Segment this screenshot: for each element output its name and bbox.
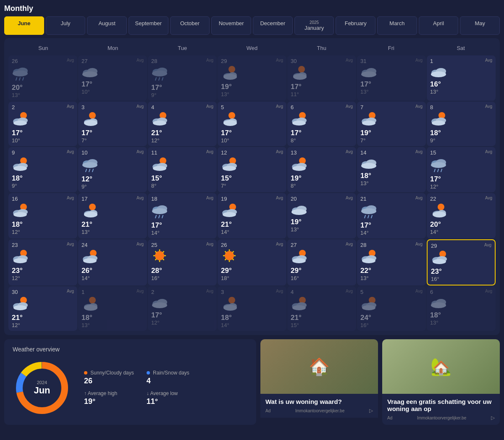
cell-avg: Avg bbox=[67, 289, 74, 293]
temp-high: 19° bbox=[291, 218, 353, 226]
calendar-cell[interactable]: 3 Avg 18° 14° bbox=[218, 286, 286, 331]
calendar-cell[interactable]: 11 Avg 15° 8° bbox=[148, 147, 217, 192]
calendar-cell[interactable]: 16 Avg 18° 12° bbox=[8, 193, 77, 238]
cell-date: 9 bbox=[12, 149, 15, 156]
svg-line-141 bbox=[225, 251, 226, 253]
calendar-cell[interactable]: 22 Avg 20° 14° bbox=[427, 193, 496, 238]
calendar-cell[interactable]: 26 Avg 29° 18° bbox=[218, 239, 286, 285]
calendar-cell[interactable]: 31 Avg 17° 13° bbox=[357, 55, 426, 101]
calendar-cell[interactable]: 18 Avg 17° 14° bbox=[148, 193, 217, 238]
temp-high: 17° bbox=[430, 175, 492, 183]
calendar-cell[interactable]: 1 Avg 18° 13° bbox=[78, 286, 147, 331]
calendar-cell[interactable]: 21 Avg 17° 14° bbox=[357, 193, 426, 238]
svg-point-22 bbox=[293, 74, 307, 80]
calendar-cell[interactable]: 10 Avg 12° 9° bbox=[78, 147, 147, 192]
weather-icon-wrap bbox=[291, 296, 353, 313]
month-tab-july[interactable]: July bbox=[46, 16, 86, 35]
weather-icon-wrap bbox=[431, 250, 491, 267]
day-header-sat: Sat bbox=[426, 42, 496, 54]
month-tab-june[interactable]: June bbox=[4, 16, 44, 35]
temp-low: 10° bbox=[221, 137, 283, 144]
temp-low: 12° bbox=[430, 183, 492, 190]
month-tab-may[interactable]: May bbox=[460, 16, 500, 35]
page-title: Monthly bbox=[4, 4, 500, 13]
cell-date: 29 bbox=[221, 58, 227, 64]
calendar-cell[interactable]: 2 Avg 17° 12° bbox=[148, 286, 217, 331]
calendar-cell[interactable]: 5 Avg 17° 10° bbox=[218, 102, 286, 146]
calendar-cell[interactable]: 9 Avg 18° 9° bbox=[8, 147, 77, 192]
cell-date: 6 bbox=[291, 104, 294, 110]
calendar-cell[interactable]: 4 Avg 21° 12° bbox=[148, 102, 217, 146]
calendar-cell[interactable]: 23 Avg 23° 12° bbox=[8, 239, 77, 285]
weather-icon-wrap bbox=[221, 157, 283, 173]
cell-date: 29 bbox=[431, 243, 437, 249]
cell-temps: 18° 12° bbox=[12, 220, 74, 235]
month-tab-october[interactable]: October bbox=[170, 16, 210, 35]
calendar-cell[interactable]: 28 Avg 22° 13° bbox=[357, 239, 426, 285]
temp-low: 13° bbox=[430, 89, 492, 95]
calendar-cell[interactable]: 17 Avg 21° 13° bbox=[78, 193, 147, 238]
calendar-cell[interactable]: 29 Avg 19° 13° bbox=[218, 55, 286, 101]
month-tab-march[interactable]: March bbox=[377, 16, 417, 35]
calendar-cell[interactable]: 6 Avg 18° 13° bbox=[427, 286, 496, 331]
overview-stats: Sunny/Cloudy days 26 Rain/Snow days 4 ↑ … bbox=[84, 370, 197, 406]
month-tab-april[interactable]: April bbox=[419, 16, 459, 35]
calendar-cell[interactable]: 1 Avg 16° 13° bbox=[427, 55, 496, 101]
svg-line-100 bbox=[159, 215, 160, 218]
calendar-cell[interactable]: 27 Avg 29° 16° bbox=[287, 239, 356, 285]
cell-temps: 17° 10° bbox=[81, 80, 144, 95]
ad-play-2[interactable]: ▷ bbox=[491, 415, 495, 421]
month-tab-january[interactable]: 2025January bbox=[294, 16, 334, 35]
calendar-cell[interactable]: 20 Avg 19° 13° bbox=[287, 193, 356, 238]
month-tab-february[interactable]: February bbox=[336, 16, 375, 35]
weather-icon-wrap bbox=[81, 157, 144, 174]
calendar-cell[interactable]: 15 Avg 17° 12° bbox=[427, 147, 496, 192]
calendar-cell[interactable]: 28 Avg 17° 9° bbox=[148, 55, 217, 101]
svg-point-105 bbox=[223, 212, 236, 217]
calendar-cell[interactable]: 24 Avg 26° 14° bbox=[78, 239, 147, 285]
calendar-cell[interactable]: 12 Avg 15° 7° bbox=[218, 147, 286, 192]
cell-date: 18 bbox=[151, 196, 157, 202]
ad-play-1[interactable]: ▷ bbox=[369, 408, 373, 414]
cell-date: 24 bbox=[81, 242, 87, 248]
cell-avg: Avg bbox=[276, 149, 283, 154]
calendar-cell[interactable]: 30 Avg 21° 12° bbox=[8, 286, 77, 331]
day-header-tue: Tue bbox=[147, 42, 217, 54]
cell-avg: Avg bbox=[485, 104, 492, 109]
calendar-cell[interactable]: 29 Avg 23° 16° bbox=[427, 239, 496, 285]
calendar-cell[interactable]: 13 Avg 19° 8° bbox=[287, 147, 356, 192]
weather-icon-wrap bbox=[81, 65, 144, 79]
month-tab-december[interactable]: December bbox=[253, 16, 293, 35]
calendar-cell[interactable]: 8 Avg 18° 9° bbox=[427, 102, 496, 146]
cell-temps: 18° 14° bbox=[221, 314, 283, 328]
calendar-cell[interactable]: 7 Avg 19° 7° bbox=[357, 102, 426, 146]
calendar-cell[interactable]: 27 Avg 17° 10° bbox=[78, 55, 147, 101]
calendar-cell[interactable]: 26 Avg 20° 13° bbox=[8, 55, 77, 101]
weather-icon-wrap bbox=[291, 203, 353, 217]
calendar-cell[interactable]: 4 Avg 21° 15° bbox=[287, 286, 356, 331]
month-tab-august[interactable]: August bbox=[87, 16, 127, 35]
calendar-cell[interactable]: 5 Avg 24° 16° bbox=[357, 286, 426, 331]
cell-date: 28 bbox=[151, 58, 157, 64]
temp-high: 19° bbox=[221, 83, 283, 91]
calendar-cell[interactable]: 19 Avg 21° 14° bbox=[218, 193, 286, 238]
weather-icon-wrap bbox=[221, 296, 283, 313]
temp-low: 7° bbox=[81, 137, 144, 144]
month-tab-september[interactable]: September bbox=[129, 16, 168, 35]
calendar-cell[interactable]: 3 Avg 17° 7° bbox=[78, 102, 147, 146]
cell-date: 27 bbox=[291, 242, 297, 248]
cell-temps: 19° 7° bbox=[360, 129, 423, 144]
cell-date: 3 bbox=[221, 289, 224, 295]
calendar-cell[interactable]: 14 Avg 18° 13° bbox=[357, 147, 426, 192]
calendar-cell[interactable]: 6 Avg 17° 8° bbox=[287, 102, 356, 146]
calendar-cell[interactable]: 25 Avg 28° 16° bbox=[148, 239, 217, 285]
weather-icon-wrap bbox=[151, 157, 213, 173]
calendar-cell[interactable]: 30 Avg 17° 11° bbox=[287, 55, 356, 101]
sunny-dot bbox=[84, 371, 87, 375]
temp-high: 18° bbox=[221, 314, 283, 322]
month-tab-november[interactable]: November bbox=[211, 16, 251, 35]
overview-title: Weather overview bbox=[13, 346, 248, 353]
temp-low: 14° bbox=[360, 230, 423, 236]
calendar-cell[interactable]: 2 Avg 17° 10° bbox=[8, 102, 77, 146]
sunny-days-value: 26 bbox=[84, 377, 134, 385]
